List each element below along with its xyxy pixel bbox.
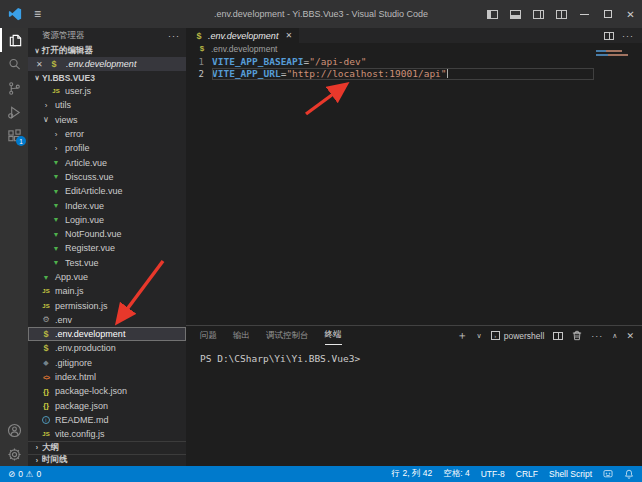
editor-more-actions-icon[interactable]: ··· <box>622 31 634 41</box>
code-line[interactable]: 1VITE_APP_BASEAPI="/api-dev" <box>186 56 642 68</box>
folder-icon: › <box>50 130 62 139</box>
problems-status[interactable]: ⊘ 0 ⚠ 0 <box>8 469 41 479</box>
project-root-header[interactable]: ∨ YI.BBS.VUE3 <box>28 71 186 84</box>
tree-item[interactable]: ▼NotFound.vue <box>28 227 186 241</box>
sidebar-bottom-sections: › 大纲 › 时间线 <box>28 441 186 466</box>
explorer-more-actions-icon[interactable]: ··· <box>168 31 180 41</box>
tree-item[interactable]: ›profile <box>28 141 186 155</box>
tree-item[interactable]: iREADME.md <box>28 413 186 427</box>
run-debug-icon[interactable] <box>0 100 28 124</box>
tree-item[interactable]: ›error <box>28 127 186 141</box>
tree-item[interactable]: $.env.development <box>28 327 186 341</box>
tree-item[interactable]: ▼App.vue <box>28 270 186 284</box>
outline-section[interactable]: › 大纲 <box>28 441 186 454</box>
close-tab-icon[interactable]: ✕ <box>285 31 292 40</box>
panel-tab[interactable]: 终端 <box>325 326 342 345</box>
tree-item[interactable]: ▼Test.vue <box>28 256 186 270</box>
tree-item[interactable]: ∨views <box>28 113 186 127</box>
folder-open-icon: ∨ <box>40 115 52 124</box>
extensions-icon[interactable]: 1 <box>0 124 28 148</box>
terminal-instance[interactable]: › powershell <box>491 331 545 341</box>
toggle-sidebar-icon[interactable] <box>481 0 504 28</box>
line-text: VITE_APP_URL="http://localhost:19001/api… <box>212 68 594 80</box>
close-panel-icon[interactable]: ✕ <box>626 331 634 341</box>
tree-item[interactable]: ⚙.env <box>28 313 186 327</box>
open-editors-header[interactable]: ∨ 打开的编辑器 <box>28 44 186 57</box>
panel-tab[interactable]: 调试控制台 <box>266 326 309 345</box>
tree-item-label: Index.vue <box>65 201 104 211</box>
line-number: 2 <box>186 68 204 80</box>
minimize-button[interactable] <box>573 0 596 28</box>
url-link[interactable]: http://localhost:19001/api <box>292 68 441 80</box>
menu-icon[interactable]: ≡ <box>34 7 41 21</box>
timeline-section[interactable]: › 时间线 <box>28 454 186 467</box>
close-button[interactable]: ✕ <box>619 0 642 28</box>
code-line[interactable]: 2VITE_APP_URL="http://localhost:19001/ap… <box>186 68 642 80</box>
tree-item[interactable]: JSpermission.js <box>28 298 186 312</box>
code-lines[interactable]: 1VITE_APP_BASEAPI="/api-dev"2VITE_APP_UR… <box>186 54 642 80</box>
explorer-icon[interactable] <box>0 28 28 52</box>
status-item[interactable]: UTF-8 <box>481 469 505 479</box>
settings-gear-icon[interactable] <box>0 442 28 466</box>
tree-item-label: views <box>55 115 78 125</box>
status-item[interactable]: 行 2, 列 42 <box>392 468 433 480</box>
new-terminal-icon[interactable]: ＋ <box>457 328 468 343</box>
status-bar: ⊘ 0 ⚠ 0 行 2, 列 42空格: 4UTF-8CRLFShell Scr… <box>0 466 642 482</box>
toggle-secondary-sidebar-icon[interactable] <box>527 0 550 28</box>
tree-item-label: Discuss.vue <box>65 172 114 182</box>
split-editor-icon[interactable] <box>604 32 614 40</box>
notifications-bell-icon[interactable] <box>624 469 634 479</box>
account-icon[interactable] <box>0 418 28 442</box>
search-icon[interactable] <box>0 52 28 76</box>
kill-terminal-icon[interactable] <box>572 327 582 345</box>
tree-item[interactable]: ▼Discuss.vue <box>28 170 186 184</box>
feedback-icon[interactable] <box>603 469 613 479</box>
panel-tabs: 问题输出调试控制台终端 <box>200 326 342 345</box>
terminal-output[interactable]: PS D:\CSharp\Yi\Yi.BBS.Vue3> <box>186 345 642 364</box>
js-icon: JS <box>40 303 52 309</box>
panel-more-actions-icon[interactable]: ··· <box>591 331 603 341</box>
info-icon: i <box>40 416 52 424</box>
tree-item[interactable]: JSuser.js <box>28 84 186 98</box>
customize-layout-icon[interactable] <box>550 0 573 28</box>
maximize-button[interactable] <box>596 0 619 28</box>
vue-icon: ▼ <box>50 202 62 209</box>
tree-item[interactable]: ▼Article.vue <box>28 155 186 169</box>
status-item[interactable]: 空格: 4 <box>443 468 469 480</box>
split-terminal-icon[interactable] <box>553 332 563 340</box>
tree-item[interactable]: ▼Register.vue <box>28 241 186 255</box>
extensions-badge: 1 <box>16 136 26 146</box>
close-icon[interactable]: ✕ <box>36 60 48 69</box>
source-control-icon[interactable] <box>0 76 28 100</box>
status-item[interactable]: Shell Script <box>549 469 592 479</box>
tree-item[interactable]: JSvite.config.js <box>28 427 186 441</box>
tree-item[interactable]: ▼Login.vue <box>28 213 186 227</box>
activity-bar: 1 <box>0 28 28 466</box>
tree-item[interactable]: ›utils <box>28 98 186 112</box>
chevron-right-icon: › <box>32 457 42 464</box>
tree-item[interactable]: {}package-lock.json <box>28 384 186 398</box>
tree-item-label: profile <box>65 143 90 153</box>
tree-item[interactable]: ▼EditArticle.vue <box>28 184 186 198</box>
tree-item-label: .gitignore <box>55 358 92 368</box>
braces-icon: {} <box>40 401 52 410</box>
tree-item[interactable]: <>index.html <box>28 370 186 384</box>
gear-icon: ⚙ <box>40 315 52 324</box>
tree-item[interactable]: JSmain.js <box>28 284 186 298</box>
tab-env-development[interactable]: $ .env.development ✕ <box>186 28 299 43</box>
tree-item[interactable]: ▼Index.vue <box>28 198 186 212</box>
line-text: VITE_APP_BASEAPI="/api-dev" <box>212 56 594 68</box>
tree-item[interactable]: ◆.gitignore <box>28 356 186 370</box>
open-editor-item[interactable]: ✕ $ .env.development <box>28 57 186 71</box>
toggle-panel-icon[interactable] <box>504 0 527 28</box>
terminal-dropdown-icon[interactable]: ∨ <box>477 332 482 340</box>
panel-tab[interactable]: 问题 <box>200 326 217 345</box>
warning-icon: ⚠ <box>26 469 34 479</box>
status-item[interactable]: CRLF <box>516 469 538 479</box>
minimap[interactable] <box>596 50 628 58</box>
panel-tab[interactable]: 输出 <box>233 326 250 345</box>
breadcrumb[interactable]: $ .env.development <box>186 43 642 54</box>
tree-item[interactable]: $.env.production <box>28 341 186 355</box>
maximize-panel-icon[interactable]: ∧ <box>612 332 617 340</box>
tree-item[interactable]: {}package.json <box>28 399 186 413</box>
